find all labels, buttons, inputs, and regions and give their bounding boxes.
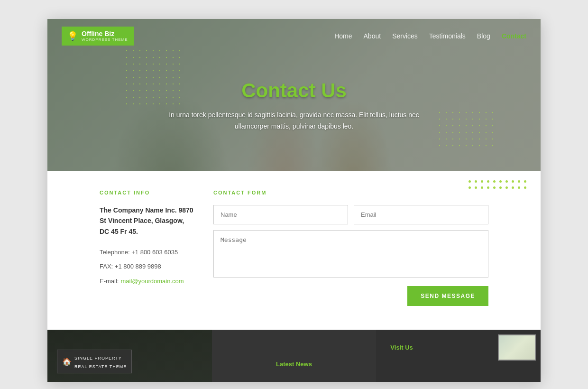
dots-row-2 [469, 186, 526, 189]
hero-section: 💡 Offline Biz WordPress Theme Home About… [47, 19, 541, 171]
logo-icon: 💡 [67, 31, 78, 41]
dot [475, 186, 477, 189]
message-textarea[interactable] [213, 230, 488, 278]
dot [475, 180, 477, 183]
badge-text: SINGLE PROPERTYREAL ESTATE THEME [74, 356, 127, 369]
dots-row-1 [469, 180, 526, 183]
logo-text: Offline Biz WordPress Theme [82, 30, 128, 42]
nav-links: Home About Services Testimonials Blog Co… [334, 32, 526, 40]
dot [518, 186, 520, 189]
dot [512, 186, 514, 189]
dot [469, 180, 471, 183]
latest-news-label: Latest News [276, 361, 312, 368]
contact-form-column: CONTACT FORM SEND MESSAGE [213, 190, 488, 306]
house-icon: 🏠 [62, 357, 72, 366]
dot [524, 186, 526, 189]
footer-col-2: Latest News [212, 330, 377, 382]
email-link[interactable]: mail@yourdomain.com [120, 278, 184, 285]
dot [505, 186, 508, 189]
hero-title: Contact Us [152, 79, 436, 102]
hero-description: In urna torek pellentesque id sagittis l… [152, 110, 436, 132]
email-label: E-mail: [100, 278, 119, 285]
footer-col-1: 🏠 SINGLE PROPERTYREAL ESTATE THEME [47, 330, 212, 382]
dot [505, 180, 508, 183]
dot [481, 180, 483, 183]
main-nav: 💡 Offline Biz WordPress Theme Home About… [47, 19, 541, 53]
single-property-badge[interactable]: 🏠 SINGLE PROPERTYREAL ESTATE THEME [57, 350, 132, 373]
email-input[interactable] [354, 205, 488, 224]
logo-title: Offline Biz [82, 30, 128, 37]
dot [481, 186, 483, 189]
dot [512, 180, 514, 183]
dot [518, 180, 520, 183]
contact-info-column: CONTACT INFO The Company Name Inc. 9870 … [100, 190, 194, 306]
fax: FAX: +1 800 889 9898 [100, 260, 194, 273]
email-row: E-mail: mail@yourdomain.com [100, 278, 194, 285]
map-inner [499, 335, 535, 360]
form-actions: SEND MESSAGE [213, 286, 488, 306]
nav-home[interactable]: Home [334, 32, 352, 40]
dot [499, 186, 502, 189]
company-name: The Company Name Inc. 9870 St Vincent Pl… [100, 205, 194, 237]
visit-us-label: Visit Us [390, 344, 413, 351]
nav-about[interactable]: About [364, 32, 381, 40]
logo-subtitle: WordPress Theme [82, 37, 128, 42]
badge-text-block: SINGLE PROPERTYREAL ESTATE THEME [74, 353, 127, 370]
contact-form-label: CONTACT FORM [213, 190, 488, 195]
nav-blog[interactable]: Blog [477, 32, 490, 40]
dot [524, 180, 526, 183]
telephone: Telephone: +1 800 603 6035 [100, 246, 194, 259]
content-section: CONTACT INFO The Company Name Inc. 9870 … [47, 171, 541, 330]
dot [487, 186, 489, 189]
form-name-email-row [213, 205, 488, 224]
browser-window: 💡 Offline Biz WordPress Theme Home About… [47, 19, 541, 382]
name-input[interactable] [213, 205, 348, 224]
dot [493, 186, 496, 189]
nav-services[interactable]: Services [392, 32, 418, 40]
two-column-layout: CONTACT INFO The Company Name Inc. 9870 … [100, 190, 488, 306]
hero-dots-right [436, 109, 493, 147]
nav-testimonials[interactable]: Testimonials [429, 32, 466, 40]
hero-content: Contact Us In urna torek pellentesque id… [152, 79, 436, 132]
dot [469, 186, 471, 189]
logo[interactable]: 💡 Offline Biz WordPress Theme [62, 27, 134, 46]
contact-info-label: CONTACT INFO [100, 190, 194, 195]
footer-col-3: Visit Us [376, 330, 541, 382]
dot [487, 180, 489, 183]
map-thumbnail[interactable] [498, 334, 536, 361]
dot [493, 180, 496, 183]
nav-contact[interactable]: Contact [502, 32, 526, 40]
send-message-button[interactable]: SEND MESSAGE [407, 286, 488, 306]
dots-decoration [469, 180, 526, 189]
dot [499, 180, 502, 183]
footer-section: 🏠 SINGLE PROPERTYREAL ESTATE THEME Lates… [47, 330, 541, 382]
